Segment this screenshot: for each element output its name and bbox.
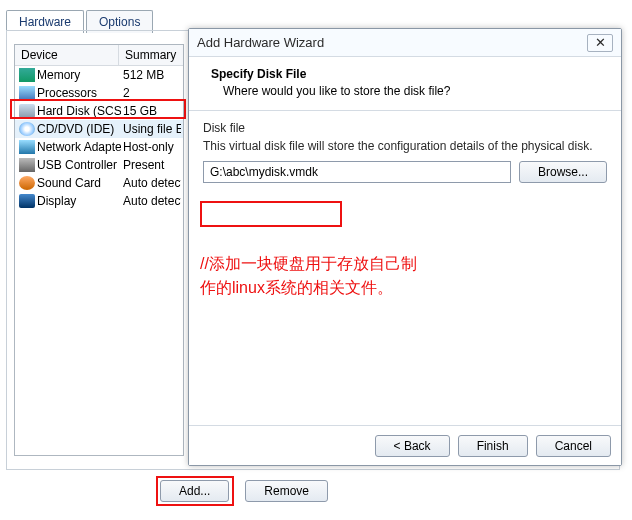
- network-icon: [19, 140, 35, 154]
- device-row-hard-disk[interactable]: Hard Disk (SCSI) 15 GB: [15, 102, 183, 120]
- device-name: Memory: [37, 68, 121, 82]
- device-name: Sound Card: [37, 176, 121, 190]
- column-device[interactable]: Device: [15, 45, 119, 65]
- close-button[interactable]: ✕: [587, 34, 613, 52]
- device-summary: Host-only: [121, 140, 181, 154]
- device-name: Display: [37, 194, 121, 208]
- device-list: Device Summary Memory 512 MB Processors …: [14, 44, 184, 456]
- add-hardware-wizard: Add Hardware Wizard ✕ Specify Disk File …: [188, 28, 622, 466]
- device-summary: Auto detect: [121, 194, 181, 208]
- wizard-subheading: Where would you like to store the disk f…: [211, 84, 599, 98]
- device-summary: Present: [121, 158, 181, 172]
- wizard-header: Specify Disk File Where would you like t…: [189, 57, 621, 111]
- device-list-header: Device Summary: [15, 45, 183, 66]
- device-row-display[interactable]: Display Auto detect: [15, 192, 183, 210]
- device-row-processors[interactable]: Processors 2: [15, 84, 183, 102]
- wizard-heading: Specify Disk File: [211, 67, 599, 81]
- device-summary: 15 GB: [121, 104, 181, 118]
- annotation-note: //添加一块硬盘用于存放自己制作的linux系统的相关文件。: [200, 252, 430, 300]
- device-summary: Using file E:\: [121, 122, 181, 136]
- device-name: Network Adapter: [37, 140, 121, 154]
- device-row-usb[interactable]: USB Controller Present: [15, 156, 183, 174]
- wizard-title: Add Hardware Wizard: [197, 35, 324, 50]
- column-summary[interactable]: Summary: [119, 45, 183, 65]
- device-summary: 2: [121, 86, 181, 100]
- cd-icon: [19, 122, 35, 136]
- disk-file-input[interactable]: [203, 161, 511, 183]
- hard-disk-icon: [19, 104, 35, 118]
- device-buttons: Add... Remove: [160, 480, 328, 502]
- wizard-body: Disk file This virtual disk file will st…: [189, 111, 621, 193]
- add-button[interactable]: Add...: [160, 480, 229, 502]
- device-name: CD/DVD (IDE): [37, 122, 121, 136]
- device-name: Processors: [37, 86, 121, 100]
- finish-button[interactable]: Finish: [458, 435, 528, 457]
- wizard-footer: < Back Finish Cancel: [189, 425, 621, 465]
- device-row-network[interactable]: Network Adapter Host-only: [15, 138, 183, 156]
- remove-button[interactable]: Remove: [245, 480, 328, 502]
- device-name: Hard Disk (SCSI): [37, 104, 121, 118]
- close-icon: ✕: [595, 35, 606, 50]
- device-row-memory[interactable]: Memory 512 MB: [15, 66, 183, 84]
- disk-file-row: Browse...: [203, 161, 607, 183]
- back-button[interactable]: < Back: [375, 435, 450, 457]
- sound-icon: [19, 176, 35, 190]
- device-name: USB Controller: [37, 158, 121, 172]
- device-summary: 512 MB: [121, 68, 181, 82]
- device-row-cddvd[interactable]: CD/DVD (IDE) Using file E:\: [15, 120, 183, 138]
- disk-file-description: This virtual disk file will store the co…: [203, 139, 607, 153]
- usb-icon: [19, 158, 35, 172]
- cpu-icon: [19, 86, 35, 100]
- cancel-button[interactable]: Cancel: [536, 435, 611, 457]
- wizard-titlebar: Add Hardware Wizard ✕: [189, 29, 621, 57]
- display-icon: [19, 194, 35, 208]
- browse-button[interactable]: Browse...: [519, 161, 607, 183]
- memory-icon: [19, 68, 35, 82]
- disk-file-label: Disk file: [203, 121, 607, 135]
- device-summary: Auto detect: [121, 176, 181, 190]
- device-row-sound[interactable]: Sound Card Auto detect: [15, 174, 183, 192]
